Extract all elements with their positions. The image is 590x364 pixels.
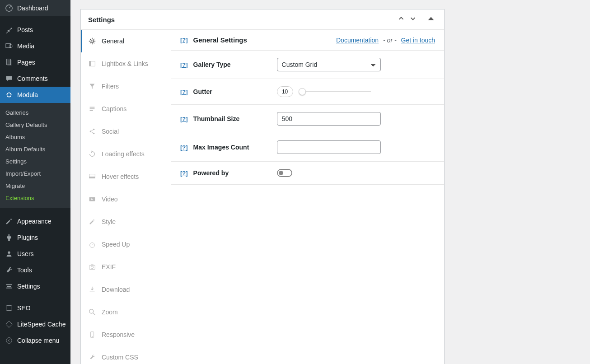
svg-rect-21: [91, 265, 93, 266]
tools-icon: [5, 266, 14, 275]
help-icon[interactable]: [?]: [180, 61, 188, 68]
tab-zoom[interactable]: Zoom: [81, 301, 171, 323]
speedup-icon: [88, 240, 96, 248]
tab-captions[interactable]: Captions: [81, 98, 171, 120]
settings-panel: Settings General Lightbox & Links Filter…: [80, 9, 445, 364]
sidebar-item-tools[interactable]: Tools: [0, 262, 70, 278]
svg-rect-1: [6, 44, 11, 48]
tab-label: Style: [102, 218, 116, 225]
litespeed-icon: [5, 320, 14, 329]
thumbnail-label: Thumbnail Size: [193, 115, 277, 122]
sidebar-item-seo[interactable]: SEO: [0, 300, 70, 316]
row-max-images: [?] Max Images Count: [171, 133, 444, 162]
collapse-icon: [5, 336, 14, 345]
sidebar-item-dashboard[interactable]: Dashboard: [0, 0, 70, 16]
panel-header: Settings: [81, 9, 444, 30]
sidebar-item-posts[interactable]: Posts: [0, 22, 70, 38]
tab-download[interactable]: Download: [81, 278, 171, 301]
sidebar-label: Users: [17, 250, 34, 257]
gutter-slider[interactable]: [299, 91, 371, 92]
sidebar-item-plugins[interactable]: Plugins: [0, 229, 70, 246]
settings-icon: [5, 282, 14, 291]
submenu: Galleries Gallery Defaults Albums Album …: [0, 103, 70, 208]
style-icon: [88, 218, 96, 226]
sidebar-item-users[interactable]: Users: [0, 246, 70, 262]
sidebar-label: Media: [17, 42, 34, 50]
submenu-import-export[interactable]: Import/Export: [0, 168, 70, 180]
tab-label: EXIF: [102, 263, 116, 271]
settings-tabs: General Lightbox & Links Filters Caption…: [81, 30, 171, 364]
gallery-type-select[interactable]: Custom Grid: [277, 58, 381, 71]
max-images-input[interactable]: [277, 140, 381, 154]
filters-icon: [88, 82, 96, 90]
plugins-icon: [5, 233, 14, 242]
documentation-link[interactable]: Documentation: [336, 37, 379, 44]
tab-label: Responsive: [102, 331, 135, 338]
svg-point-8: [6, 338, 12, 344]
tab-filters[interactable]: Filters: [81, 75, 171, 98]
sidebar-label: Collapse menu: [17, 337, 59, 344]
row-gutter: [?] Gutter 10: [171, 79, 444, 105]
submenu-albums[interactable]: Albums: [0, 131, 70, 143]
main-header: [?] General Settings Documentation - or …: [171, 30, 444, 51]
panel-up-icon[interactable]: [395, 14, 407, 24]
lightbox-icon: [88, 60, 96, 68]
svg-point-6: [8, 252, 10, 254]
help-icon[interactable]: [?]: [180, 37, 188, 43]
sidebar-item-comments[interactable]: Comments: [0, 70, 70, 87]
sidebar-item-litespeed[interactable]: LiteSpeed Cache: [0, 316, 70, 332]
svg-rect-7: [6, 306, 12, 311]
sidebar-item-collapse[interactable]: Collapse menu: [0, 332, 70, 349]
tab-style[interactable]: Style: [81, 210, 171, 233]
submenu-extensions[interactable]: Extensions: [0, 192, 70, 204]
help-icon[interactable]: [?]: [180, 116, 188, 122]
powered-toggle[interactable]: [277, 169, 292, 177]
submenu-galleries[interactable]: Galleries: [0, 107, 70, 119]
sidebar-item-pages[interactable]: Pages: [0, 54, 70, 70]
gallery-type-label: Gallery Type: [193, 61, 277, 68]
help-icon[interactable]: [?]: [180, 89, 188, 95]
tab-speedup[interactable]: Speed Up: [81, 233, 171, 256]
sidebar-item-appearance[interactable]: Appearance: [0, 213, 70, 229]
tab-exif[interactable]: EXIF: [81, 256, 171, 278]
panel-toggle-icon[interactable]: [425, 14, 437, 24]
settings-main: [?] General Settings Documentation - or …: [171, 30, 444, 364]
contact-link[interactable]: Get in touch: [401, 37, 435, 44]
sidebar-label: Dashboard: [17, 5, 48, 12]
tab-label: Custom CSS: [102, 354, 138, 361]
sidebar-label: LiteSpeed Cache: [17, 321, 66, 328]
sidebar-item-media[interactable]: Media: [0, 38, 70, 54]
panel-title: Settings: [88, 16, 395, 23]
tab-lightbox[interactable]: Lightbox & Links: [81, 52, 171, 75]
submenu-gallery-defaults[interactable]: Gallery Defaults: [0, 119, 70, 131]
tab-responsive[interactable]: Responsive: [81, 323, 171, 346]
svg-point-9: [91, 40, 93, 42]
tab-loading[interactable]: Loading effects: [81, 143, 171, 165]
appearance-icon: [5, 217, 14, 226]
slider-thumb[interactable]: [299, 88, 306, 95]
tab-video[interactable]: Video: [81, 188, 171, 210]
responsive-icon: [88, 331, 96, 339]
zoom-icon: [88, 308, 96, 316]
help-icon[interactable]: [?]: [180, 144, 188, 151]
tab-social[interactable]: Social: [81, 120, 171, 143]
tab-general[interactable]: General: [81, 30, 171, 52]
tab-label: Captions: [102, 105, 126, 112]
thumbnail-input[interactable]: [277, 112, 381, 126]
svg-point-20: [91, 266, 93, 268]
tab-hover[interactable]: Hover effects: [81, 165, 171, 188]
submenu-album-defaults[interactable]: Album Defaults: [0, 143, 70, 155]
help-icon[interactable]: [?]: [180, 170, 188, 177]
captions-icon: [88, 105, 96, 113]
svg-rect-16: [89, 177, 95, 178]
row-thumbnail: [?] Thumbnail Size: [171, 105, 444, 133]
submenu-migrate[interactable]: Migrate: [0, 180, 70, 192]
sidebar-item-settings[interactable]: Settings: [0, 278, 70, 294]
submenu-settings[interactable]: Settings: [0, 155, 70, 168]
tab-label: Filters: [102, 83, 119, 90]
tab-customcss[interactable]: Custom CSS: [81, 346, 171, 364]
sidebar-label: Settings: [17, 283, 40, 290]
sidebar-item-modula[interactable]: Modula: [0, 87, 70, 103]
panel-down-icon[interactable]: [407, 14, 419, 24]
sidebar-label: Pages: [17, 59, 35, 66]
